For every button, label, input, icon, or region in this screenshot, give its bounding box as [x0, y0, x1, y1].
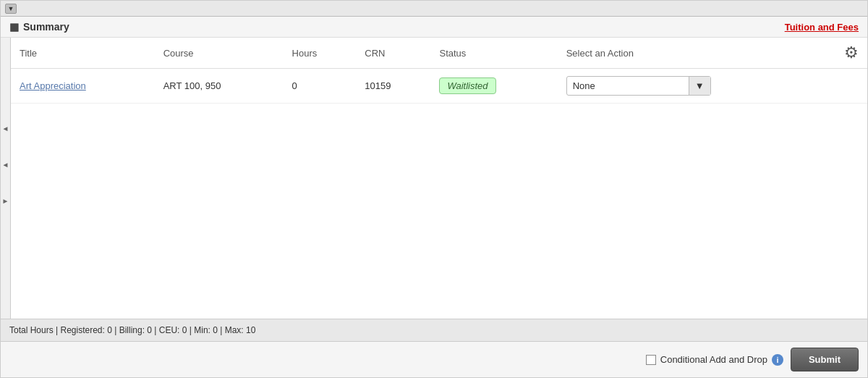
panel-title: Summary [23, 21, 69, 33]
cell-hours: 0 [284, 69, 357, 104]
col-status: Status [430, 38, 557, 69]
tuition-fees-link[interactable]: Tuition and Fees [785, 22, 859, 33]
footer-bar: Total Hours | Registered: 0 | Billing: 0… [1, 319, 867, 341]
table-row: Art Appreciation ART 100, 950 0 10159 Wa… [11, 69, 867, 104]
total-hours-text: Total Hours | Registered: 0 | Billing: 0… [9, 325, 255, 335]
conditional-add-section: Conditional Add and Drop i [646, 354, 783, 366]
action-select-dropdown-btn[interactable]: ▼ [689, 77, 710, 95]
panel-header-right: Tuition and Fees [785, 22, 859, 33]
conditional-add-label: Conditional Add and Drop [660, 354, 767, 365]
action-select-value: None [567, 77, 689, 95]
panel-header: ▦ Summary Tuition and Fees [1, 17, 867, 38]
col-gear: ⚙ [835, 38, 867, 69]
info-icon[interactable]: i [772, 354, 783, 366]
main-window: ▼ ▦ Summary Tuition and Fees ◄ ◄ ► [0, 0, 868, 378]
cell-course: ART 100, 950 [155, 69, 284, 104]
status-badge: Waitlisted [439, 77, 495, 94]
col-title: Title [11, 38, 155, 69]
cell-crn: 10159 [356, 69, 430, 104]
col-course: Course [155, 38, 284, 69]
left-arrow-top[interactable]: ◄ [2, 125, 9, 132]
action-select[interactable]: None ▼ [566, 76, 711, 96]
left-arrow-mid1[interactable]: ◄ [2, 161, 9, 168]
titlebar: ▼ [1, 1, 867, 17]
courses-table: Title Course Hours CRN Status Select an … [11, 38, 867, 104]
left-arrow-mid2[interactable]: ► [2, 197, 9, 204]
panel-header-left: ▦ Summary [9, 21, 69, 33]
col-action: Select an Action [558, 38, 835, 69]
table-container: Title Course Hours CRN Status Select an … [11, 38, 867, 319]
col-crn: CRN [356, 38, 430, 69]
course-link[interactable]: Art Appreciation [20, 80, 86, 91]
arrow-down-icon: ▼ [8, 5, 14, 12]
cell-title: Art Appreciation [11, 69, 155, 104]
gear-icon[interactable]: ⚙ [844, 43, 859, 62]
grid-icon: ▦ [9, 21, 19, 33]
main-content: ◄ ◄ ► Title Course Hours CRN Status Sele… [1, 38, 867, 319]
submit-button[interactable]: Submit [791, 348, 859, 371]
cell-status: Waitlisted [430, 69, 557, 104]
cell-action: None ▼ [558, 69, 835, 104]
titlebar-arrow-button[interactable]: ▼ [5, 4, 17, 14]
col-hours: Hours [284, 38, 357, 69]
content-wrapper: ◄ ◄ ► Title Course Hours CRN Status Sele… [1, 38, 867, 319]
table-header-row: Title Course Hours CRN Status Select an … [11, 38, 867, 69]
bottom-bar: Conditional Add and Drop i Submit [1, 341, 867, 377]
left-nav: ◄ ◄ ► [1, 38, 11, 319]
conditional-add-checkbox[interactable] [646, 355, 656, 365]
cell-gear [835, 69, 867, 104]
chevron-down-icon: ▼ [695, 80, 705, 91]
